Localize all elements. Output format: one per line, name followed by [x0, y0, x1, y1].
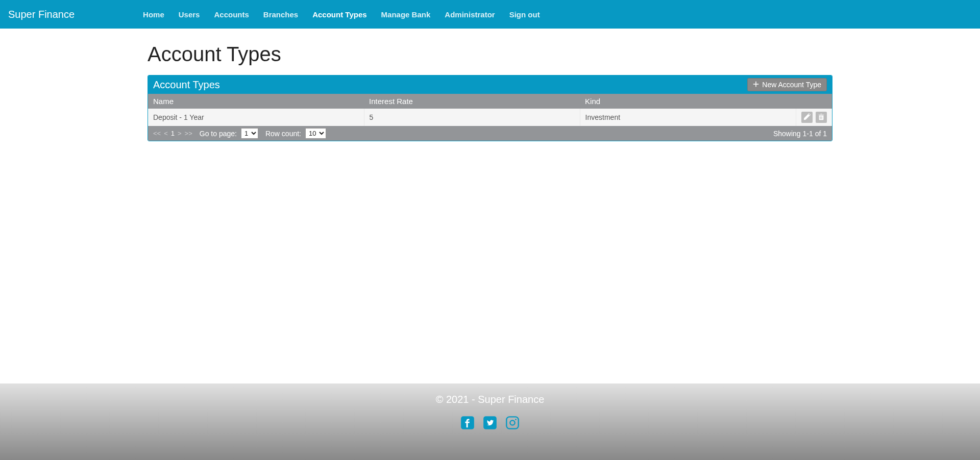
- delete-button[interactable]: [816, 112, 827, 123]
- edit-icon: [803, 113, 811, 122]
- twitter-link[interactable]: [483, 416, 497, 431]
- pager-current: 1: [171, 130, 175, 137]
- nav-links: Home Users Accounts Branches Account Typ…: [136, 1, 547, 28]
- trash-icon: [818, 113, 825, 122]
- edit-button[interactable]: [801, 112, 813, 123]
- nav-account-types[interactable]: Account Types: [305, 1, 374, 28]
- facebook-link[interactable]: [460, 416, 475, 431]
- instagram-link[interactable]: [505, 416, 520, 431]
- new-button-label: New Account Type: [762, 81, 821, 89]
- cell-interest-rate: 5: [364, 109, 580, 126]
- nav-users[interactable]: Users: [172, 1, 207, 28]
- nav-manage-bank[interactable]: Manage Bank: [374, 1, 438, 28]
- col-kind[interactable]: Kind: [580, 94, 796, 109]
- cell-actions: [796, 109, 832, 126]
- pager-summary: Showing 1-1 of 1: [773, 130, 827, 138]
- pager-first[interactable]: <<: [153, 130, 161, 137]
- svg-point-3: [510, 420, 514, 425]
- grid-footer: << < 1 > >> Go to page: 1 Row count: 10 …: [148, 126, 832, 141]
- nav-branches[interactable]: Branches: [256, 1, 305, 28]
- rowcount-select[interactable]: 10: [305, 128, 326, 139]
- page-title: Account Types: [148, 43, 832, 66]
- brand-link[interactable]: Super Finance: [8, 9, 75, 20]
- main-container: Account Types Account Types New Account …: [140, 29, 840, 384]
- svg-rect-2: [506, 417, 518, 428]
- footer-text: © 2021 - Super Finance: [0, 394, 980, 405]
- pager-next[interactable]: >: [178, 130, 182, 137]
- footer: © 2021 - Super Finance: [0, 384, 980, 460]
- table-header-row: Name Interest Rate Kind: [148, 94, 832, 109]
- svg-point-4: [515, 419, 517, 420]
- facebook-icon: [460, 423, 475, 431]
- pager-left: << < 1 > >> Go to page: 1 Row count: 10: [153, 128, 326, 139]
- pager-nav: << < 1 > >>: [153, 130, 192, 137]
- table-row: Deposit - 1 Year 5 Investment: [148, 109, 832, 126]
- plus-icon: [753, 81, 759, 89]
- goto-page-select[interactable]: 1: [241, 128, 258, 139]
- nav-home[interactable]: Home: [136, 1, 172, 28]
- pager-last[interactable]: >>: [185, 130, 192, 137]
- instagram-icon: [505, 423, 520, 431]
- cell-name: Deposit - 1 Year: [148, 109, 364, 126]
- panel-header: Account Types New Account Type: [148, 75, 832, 94]
- pager-prev[interactable]: <: [164, 130, 168, 137]
- rowcount-label: Row count:: [265, 130, 301, 138]
- col-interest-rate[interactable]: Interest Rate: [364, 94, 580, 109]
- social-links: [0, 416, 980, 431]
- account-types-table: Name Interest Rate Kind Deposit - 1 Year…: [148, 94, 832, 126]
- nav-sign-out[interactable]: Sign out: [502, 1, 547, 28]
- nav-accounts[interactable]: Accounts: [207, 1, 256, 28]
- goto-label: Go to page:: [200, 130, 237, 138]
- panel-title: Account Types: [153, 79, 220, 91]
- twitter-icon: [483, 423, 497, 431]
- cell-kind: Investment: [580, 109, 796, 126]
- account-types-panel: Account Types New Account Type Name Inte…: [148, 75, 832, 141]
- new-account-type-button[interactable]: New Account Type: [747, 78, 827, 91]
- navbar: Super Finance Home Users Accounts Branch…: [0, 0, 980, 29]
- nav-administrator[interactable]: Administrator: [437, 1, 502, 28]
- col-actions: [796, 94, 832, 109]
- col-name[interactable]: Name: [148, 94, 364, 109]
